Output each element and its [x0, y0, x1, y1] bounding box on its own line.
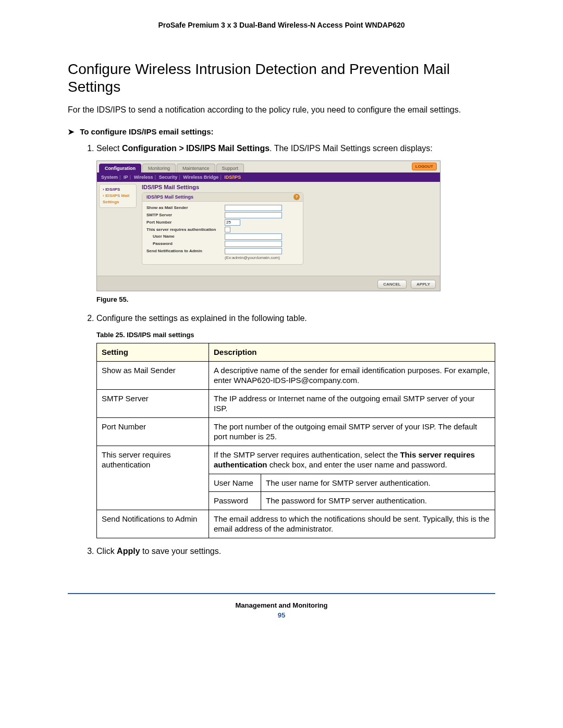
- procedure-heading: ➤ To configure IDS/IPS email settings:: [68, 127, 495, 137]
- step-3: Click Apply to save your settings.: [96, 546, 495, 557]
- ss-panel: IDS/IPS Mail Settings ? Show as Mail Sen…: [142, 192, 303, 265]
- table-row: Send Notifications to Admin The email ad…: [97, 510, 495, 538]
- ss-checkbox-auth[interactable]: [225, 227, 230, 232]
- ss-tab-monitoring[interactable]: Monitoring: [142, 164, 176, 172]
- settings-table: Setting Description Show as Mail Sender …: [96, 343, 495, 538]
- footer-rule: [68, 593, 495, 594]
- figure-caption: Figure 55.: [96, 295, 495, 303]
- ss-logout-button[interactable]: LOGOUT: [412, 163, 437, 170]
- ss-input-port[interactable]: [225, 219, 240, 226]
- steps-list-3: Click Apply to save your settings.: [68, 546, 495, 557]
- ss-tab-configuration[interactable]: Configuration: [99, 164, 141, 172]
- ss-subnav-wireless-bridge[interactable]: Wireless Bridge: [183, 175, 218, 180]
- ss-input-sender[interactable]: [225, 205, 282, 211]
- ss-panel-header: IDS/IPS Mail Settings ?: [142, 193, 303, 202]
- ss-lbl-port: Port Number: [146, 220, 225, 225]
- steps-list: Select Configuration > IDS/IPS Mail Sett…: [68, 143, 495, 154]
- ss-main-title: IDS/IPS Mail Settings: [142, 184, 437, 190]
- ss-cancel-button[interactable]: CANCEL: [377, 280, 406, 289]
- table-row-auth: This server requires authentication If t…: [97, 446, 495, 474]
- screenshot-figure: Configuration Monitoring Maintenance Sup…: [96, 161, 440, 291]
- footer-chapter: Management and Monitoring: [68, 601, 495, 609]
- ss-subnav-idsips[interactable]: IDS/IPS: [224, 175, 241, 180]
- table-caption: Table 25. IDS/IPS mail settings: [96, 331, 495, 339]
- ss-lbl-sender: Show as Mail Sender: [146, 205, 225, 210]
- ss-lbl-smtp: SMTP Server: [146, 213, 225, 217]
- table-row: SMTP Server The IP address or Internet n…: [97, 389, 495, 417]
- ss-lbl-notif: Send Notifications to Admin: [146, 249, 225, 253]
- ss-footer-bar: CANCEL APPLY: [97, 276, 440, 291]
- section-title: Configure Wireless Intrusion Detection a…: [68, 60, 495, 95]
- step-1-text-a: Select: [96, 144, 122, 153]
- ss-subnav-security[interactable]: Security: [159, 175, 178, 180]
- ss-subnav-wireless[interactable]: Wireless: [134, 175, 153, 180]
- footer-page-number: 95: [68, 611, 495, 619]
- th-setting: Setting: [97, 343, 209, 362]
- help-icon[interactable]: ?: [293, 194, 300, 200]
- table-row: Port Number The port number of the outgo…: [97, 417, 495, 446]
- ss-side-idsips-mail[interactable]: › IDS/IPS Mail Settings: [103, 193, 133, 205]
- th-description: Description: [209, 343, 495, 362]
- ss-subnav-system[interactable]: System: [101, 175, 118, 180]
- ss-subnav: System| IP| Wireless| Security| Wireless…: [97, 172, 440, 182]
- ss-input-smtp[interactable]: [225, 212, 282, 218]
- ss-side-idsips[interactable]: › IDS/IPS: [103, 187, 133, 193]
- procedure-heading-text: To configure IDS/IPS email settings:: [80, 127, 213, 136]
- ss-lbl-pass: Password: [146, 241, 225, 246]
- steps-list-2: Configure the settings as explained in t…: [68, 313, 495, 324]
- step-1-text-c: . The IDS/IPS Mail Settings screen displ…: [270, 144, 433, 153]
- ss-hint: (Ex:admin@yourdomain.com): [225, 255, 299, 260]
- ss-tab-support[interactable]: Support: [216, 164, 244, 172]
- step-1: Select Configuration > IDS/IPS Mail Sett…: [96, 143, 495, 154]
- intro-paragraph: For the IDS/IPS to send a notification a…: [68, 105, 495, 116]
- ss-apply-button[interactable]: APPLY: [411, 280, 436, 289]
- ss-subnav-ip[interactable]: IP: [124, 175, 128, 180]
- ss-top-tabs: Configuration Monitoring Maintenance Sup…: [97, 161, 440, 172]
- step-2: Configure the settings as explained in t…: [96, 313, 495, 324]
- ss-input-notif[interactable]: [225, 248, 282, 254]
- ss-tab-maintenance[interactable]: Maintenance: [177, 164, 215, 172]
- document-header: ProSafe Premium 3 x 3 Dual-Band Wireless…: [68, 21, 495, 29]
- arrow-icon: ➤: [68, 127, 75, 137]
- ss-lbl-user: User Name: [146, 234, 225, 239]
- step-1-path: Configuration > IDS/IPS Mail Settings: [122, 144, 270, 153]
- ss-input-pass[interactable]: [225, 241, 282, 247]
- ss-input-user[interactable]: [225, 233, 282, 240]
- ss-lbl-auth: This server requires authentication: [146, 227, 225, 232]
- table-row: Show as Mail Sender A descriptive name o…: [97, 361, 495, 389]
- ss-sidebar: › IDS/IPS › IDS/IPS Mail Settings: [97, 182, 139, 276]
